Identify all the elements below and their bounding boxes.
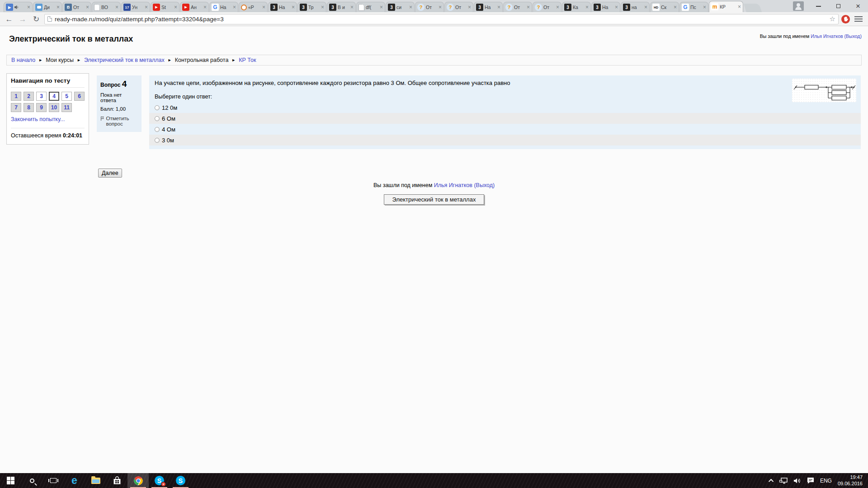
tab-close-icon[interactable]: × [556,5,559,10]
tab-close-icon[interactable]: × [174,5,177,10]
clock[interactable]: 19:47 09.06.2016 [838,474,863,487]
tab-close-icon[interactable]: × [86,5,89,10]
breadcrumb-item[interactable]: В начало [11,57,35,63]
breadcrumb-item[interactable]: КР Ток [239,57,256,63]
tab-close-icon[interactable]: × [644,5,647,10]
browser-menu-icon[interactable] [854,16,863,22]
browser-tab[interactable]: 3Ка× [562,2,591,12]
radio-button[interactable] [155,127,160,132]
radio-button[interactable] [155,116,160,121]
finish-attempt-link[interactable]: Закончить попытку... [11,116,85,122]
notification-icon[interactable] [807,477,814,484]
quiz-nav-question-3[interactable]: 3 [36,92,47,101]
tab-close-icon[interactable]: × [262,5,265,10]
browser-tab[interactable]: 3си× [386,2,415,12]
tab-close-icon[interactable]: × [738,4,741,9]
store-taskbar-icon[interactable] [106,473,127,488]
browser-tab[interactable]: Ди× [33,2,62,12]
logout-link[interactable]: (Выход) [474,182,495,188]
file-explorer-taskbar-icon[interactable] [85,473,106,488]
tab-close-icon[interactable]: × [115,5,118,10]
tab-close-icon[interactable]: × [321,5,324,10]
tab-close-icon[interactable]: × [350,5,354,10]
tab-close-icon[interactable]: × [27,5,30,10]
user-name-link[interactable]: Илья Игнатков [811,33,843,39]
browser-tab[interactable]: 3На× [474,2,503,12]
tab-close-icon[interactable]: × [527,5,530,10]
browser-tab[interactable]: ?От× [444,2,473,12]
browser-tab[interactable]: ▶× [4,2,33,12]
bookmark-star-icon[interactable]: ☆ [830,15,835,23]
browser-tab[interactable]: mКР× [709,1,743,12]
tab-close-icon[interactable]: × [292,5,295,10]
edge-taskbar-icon[interactable]: e [64,473,85,488]
answer-option[interactable]: 3 0м [149,135,861,145]
browser-tab[interactable]: ?От× [503,2,532,12]
flag-question-link[interactable]: Отметить вопрос [100,116,138,127]
browser-tab[interactable]: 17Ун× [121,2,150,12]
tab-close-icon[interactable]: × [468,5,471,10]
quiz-nav-question-10[interactable]: 10 [49,103,59,112]
tab-close-icon[interactable]: × [203,5,207,10]
browser-tab[interactable]: «Р× [239,2,268,12]
tab-close-icon[interactable]: × [439,5,442,10]
answer-option[interactable]: 4 Ом [149,124,861,135]
answer-option[interactable]: 6 Ом [149,113,861,124]
browser-tab[interactable]: ▶St× [151,2,179,12]
browser-tab[interactable]: GНа× [209,2,238,12]
restore-button[interactable] [828,0,848,12]
quiz-nav-question-5[interactable]: 5 [61,92,72,101]
quiz-nav-question-1[interactable]: 1 [11,92,21,101]
minimize-button[interactable] [808,0,828,12]
quiz-nav-question-6[interactable]: 6 [74,92,85,101]
adblock-extension-icon[interactable] [841,15,850,23]
back-button[interactable]: ← [4,15,14,23]
browser-profile-icon[interactable] [793,1,804,11]
browser-tab[interactable]: 3В и× [327,2,356,12]
browser-tab[interactable]: GПс× [679,2,708,12]
quiz-nav-question-7[interactable]: 7 [11,103,21,112]
volume-icon[interactable] [793,478,801,484]
browser-tab[interactable]: 3на× [621,2,650,12]
browser-tab[interactable]: ВО× [92,2,121,12]
quiz-nav-question-11[interactable]: 11 [61,103,72,112]
quiz-nav-question-4[interactable]: 4 [49,92,59,101]
user-name-link[interactable]: Илья Игнатков [434,182,472,188]
tray-chevron-up-icon[interactable] [769,479,774,483]
tab-close-icon[interactable]: × [145,5,148,10]
tab-close-icon[interactable]: × [703,5,706,10]
skype-busy-taskbar-icon[interactable]: S× [149,473,170,488]
browser-tab[interactable]: BОт× [62,2,91,12]
browser-tab[interactable]: ?От× [533,2,561,12]
tab-close-icon[interactable]: × [57,5,60,10]
radio-button[interactable] [155,138,160,143]
tab-close-icon[interactable]: × [233,5,236,10]
browser-tab[interactable]: 3На× [268,2,297,12]
forward-button[interactable]: → [17,15,28,23]
browser-tab[interactable]: 3Тр× [297,2,326,12]
browser-tab[interactable]: HDСк× [650,2,679,12]
taskbar-search-button[interactable] [21,473,42,488]
tab-close-icon[interactable]: × [674,5,677,10]
tab-close-icon[interactable]: × [409,5,412,10]
network-icon[interactable] [779,478,788,484]
quiz-nav-question-2[interactable]: 2 [24,92,34,101]
reload-button[interactable]: ↻ [31,15,42,23]
browser-tab[interactable]: ▶Ан× [180,2,209,12]
course-home-button[interactable]: Электрический ток в металлах [384,194,485,205]
browser-tab[interactable]: ?От× [415,2,444,12]
radio-button[interactable] [155,105,160,110]
tab-close-icon[interactable]: × [380,5,383,10]
close-button[interactable]: × [848,0,868,12]
task-view-button[interactable] [42,473,64,488]
tab-close-icon[interactable]: × [497,5,500,10]
logout-link[interactable]: (Выход) [844,33,862,39]
url-bar[interactable]: ready-made.ru/mod/quiz/attempt.php?attem… [44,14,839,24]
answer-option[interactable]: 12 0м [149,102,786,113]
chrome-taskbar-icon[interactable] [127,473,149,488]
new-tab-button[interactable] [744,4,762,12]
breadcrumb-item[interactable]: Электрический ток в металлах [84,57,165,63]
quiz-nav-question-9[interactable]: 9 [36,103,47,112]
browser-tab[interactable]: df(× [356,2,385,12]
tab-close-icon[interactable]: × [585,5,589,10]
